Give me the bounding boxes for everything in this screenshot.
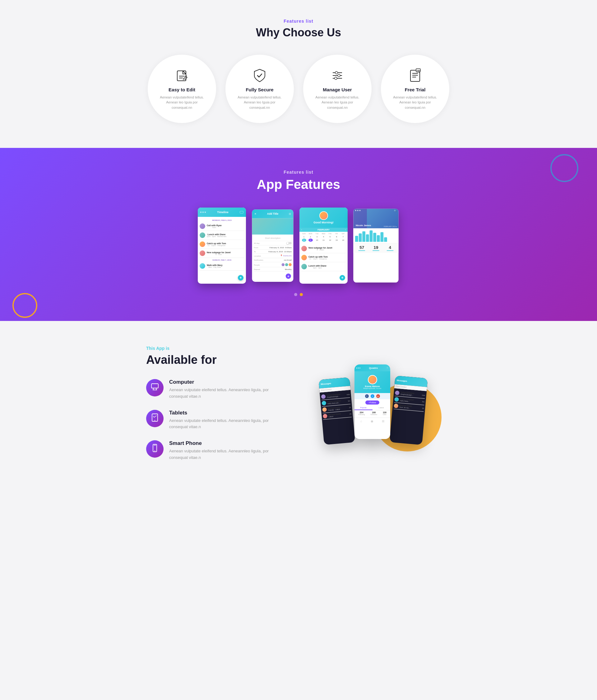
add-title-form: Short description All day From February … xyxy=(252,234,293,273)
app-features-section: Features list App Features Timeline MOND… xyxy=(0,148,597,321)
deco-circle-bottom xyxy=(13,293,37,318)
calendar-month: FEBRUARY xyxy=(317,229,330,231)
bar-6 xyxy=(373,233,376,242)
avail-tablets-text: Tablets Aenean vulputate eleifend tellus… xyxy=(169,410,277,431)
home-icon[interactable]: ⌂ xyxy=(360,420,362,423)
avatar-diane xyxy=(200,232,205,238)
shield-icon xyxy=(252,68,267,83)
bar-2 xyxy=(359,233,362,242)
morning-event-1-text: New subpage for Janet 9 - 10am xyxy=(308,247,332,251)
bar-5 xyxy=(370,230,373,242)
stat-4: 4 xyxy=(387,245,393,251)
avatar-janet xyxy=(200,250,205,256)
dot-active[interactable] xyxy=(300,293,303,296)
screen-timeline: Timeline MONDAY, FEB 9, 2015 Call with R… xyxy=(198,207,246,284)
morning-event-janet: New subpage for Janet 9 - 10am xyxy=(301,244,346,253)
fab-add[interactable]: + xyxy=(286,273,291,279)
app-features-title: App Features xyxy=(6,177,591,192)
calendar-prev[interactable]: ‹ xyxy=(301,229,302,231)
from-value: February 9, 2015 9:00am xyxy=(269,246,292,249)
tab-popular[interactable]: Popular xyxy=(355,406,373,410)
from-label: From xyxy=(254,246,258,249)
msg-text-4: Michael Smith Latest xyxy=(328,412,349,418)
stat-57-num: 57 xyxy=(359,245,365,250)
stat-19: 19 xyxy=(373,245,379,251)
follow-button[interactable]: +Follow xyxy=(365,400,379,404)
stat-line-2 xyxy=(373,250,379,251)
emma-subtitle: BlaqDropStudio, la.com xyxy=(363,388,382,389)
repeat-label: Repeat xyxy=(254,268,260,270)
avail-smartphone-text: Smart Phone Aenean vulputate eleifend te… xyxy=(169,440,277,461)
available-right: Messages Find Contact Yolise Fontaine Gr… xyxy=(295,346,451,451)
nicole-name: Nicole James xyxy=(356,224,371,227)
computer-icon-circle xyxy=(146,379,164,396)
emma-name: Emma Watson xyxy=(365,385,380,388)
quadro-icon: ⊹ xyxy=(386,367,388,369)
calendar-next[interactable]: › xyxy=(345,229,346,231)
people-row: People xyxy=(254,262,292,267)
good-morning-profile-area: Good Morning! xyxy=(300,207,348,228)
mockup-phone-right: Messages Find Contact Yolise Fontaine Gr… xyxy=(389,376,428,445)
tablet-icon-circle xyxy=(146,410,164,427)
search-icon-mini xyxy=(240,211,243,214)
to-row: To February 9, 2015 10:30am xyxy=(254,249,292,253)
mockup-phone-left: Messages Find Contact Yolise Fontaine Gr… xyxy=(318,377,355,445)
person-avatar-3 xyxy=(289,263,292,266)
morning-avatar-1 xyxy=(301,246,307,251)
bar-7 xyxy=(377,235,380,242)
svg-point-9 xyxy=(338,74,340,77)
repeat-row: Repeat Monthly xyxy=(254,267,292,271)
all-day-toggle[interactable] xyxy=(286,242,292,245)
phone-icon-circle xyxy=(146,440,164,458)
twitter-icon[interactable]: t xyxy=(371,394,374,398)
fab-morning[interactable]: + xyxy=(339,275,345,280)
facebook-icon[interactable]: f xyxy=(365,394,369,398)
feature-card-free-trial: FREE TRIAL Free Trial Aenean vulputateif… xyxy=(381,55,449,123)
short-desc-field[interactable]: Short description xyxy=(254,236,292,241)
right-msg-list: Yolise Fontaine GraphicDesign... now Ada… xyxy=(392,389,427,413)
right-messages-title: Messages xyxy=(397,379,407,382)
timeline-row-5: Walk with Mary 3km · City Park xyxy=(200,261,244,271)
stat-followers-num: 188 xyxy=(371,411,377,414)
feature-card-manage-user: Manage User Aenean vulputateifend tellus… xyxy=(303,55,372,123)
msg-text-3: Michael Smith Popular · Latest xyxy=(328,406,348,411)
profile-avatar xyxy=(319,211,328,220)
right-text-2: Adam Longreer Hello there... xyxy=(400,398,421,403)
gplus-icon[interactable]: g xyxy=(376,394,380,398)
eye-icon[interactable]: ◉ xyxy=(371,420,374,423)
profile-card-header: Emma Watson BlaqDropStudio, la.com xyxy=(355,371,390,393)
notification-value: via Email xyxy=(284,259,292,261)
stat-likes-num: 130 xyxy=(383,411,386,414)
stat-line-3 xyxy=(387,250,393,251)
event-mary: Walk with Mary 3km · City Park xyxy=(207,264,222,268)
cal-header: SUN MON TUE WED THU FRI SAT xyxy=(301,233,347,234)
fab-timeline[interactable]: + xyxy=(238,275,243,280)
dot-inactive[interactable] xyxy=(294,293,297,296)
svg-point-27 xyxy=(154,451,155,451)
tablets-desc: Aenean vulputate eleifend tellus. Aenean… xyxy=(169,418,277,431)
free-trial-desc: Aenean vulputateifend tellus. Aenean leo… xyxy=(390,95,440,110)
screen-good-morning: Good Morning! ‹ FEBRUARY › SUN MON TUE W… xyxy=(300,207,348,284)
smartphone-title: Smart Phone xyxy=(169,440,277,447)
right-text-3: Michael Smith Sure, let me... xyxy=(399,404,421,410)
app-features-label: Features list xyxy=(6,170,591,175)
timeline-body: MONDAY, FEB 9, 2015 Call with Ryan 9am L… xyxy=(198,217,246,272)
event-janet: New subpage for Janet 8 - 10m xyxy=(207,251,231,255)
morning-avatar-2 xyxy=(301,255,307,260)
grid-icon[interactable]: ⊞ xyxy=(382,420,384,423)
svg-line-3 xyxy=(183,78,184,80)
available-section: This App is Available for Computer Aenea… xyxy=(0,321,597,496)
to-value: February 9, 2015 10:30am xyxy=(268,250,292,253)
easy-to-edit-title: Easy to Edit xyxy=(169,87,195,92)
mini-stat-followers: 188 Followers xyxy=(371,411,377,416)
stat-57: 57 xyxy=(359,245,365,251)
why-section-label: Features list xyxy=(6,19,591,24)
tab-row: Popular Latest xyxy=(355,406,390,410)
tab-latest[interactable]: Latest xyxy=(373,406,390,410)
stat-following-label: Following xyxy=(358,414,365,416)
calendar-grid: SUN MON TUE WED THU FRI SAT 1 2 3 4 5 6 … xyxy=(300,232,348,243)
phone-screens-container: Timeline MONDAY, FEB 9, 2015 Call with R… xyxy=(6,207,591,284)
easy-to-edit-desc: Aenean vulputateifend tellus. Aenean leo… xyxy=(157,95,207,110)
social-icons-row: f t g xyxy=(355,393,390,399)
stat-4-num: 4 xyxy=(387,245,393,250)
